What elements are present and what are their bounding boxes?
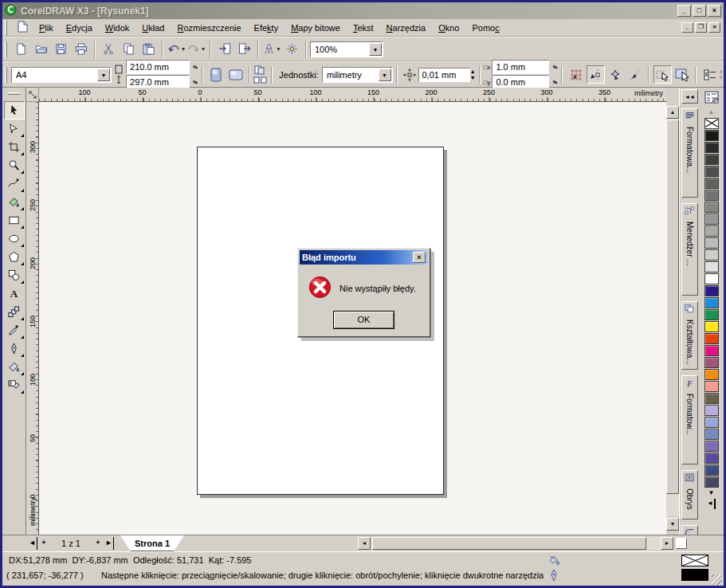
- color-swatch[interactable]: [704, 453, 719, 464]
- propbar-grip[interactable]: [5, 67, 7, 83]
- snap-to-guidelines-button[interactable]: [587, 65, 605, 84]
- dialog-close-button[interactable]: ×: [413, 252, 426, 263]
- color-swatch[interactable]: [704, 476, 719, 488]
- color-swatch[interactable]: [704, 273, 719, 284]
- palette-scroll-down[interactable]: ▼: [708, 488, 715, 499]
- fill-status-swatch[interactable]: [681, 555, 708, 566]
- corel-online-button[interactable]: [282, 40, 302, 59]
- color-swatch[interactable]: [704, 345, 719, 356]
- paper-width-spinner[interactable]: ▾▴: [191, 64, 198, 70]
- paste-button[interactable]: [139, 40, 159, 59]
- menu-okno[interactable]: Okno: [432, 21, 465, 35]
- treat-as-filled-button[interactable]: [653, 65, 672, 84]
- all-pages-button[interactable]: [253, 65, 268, 75]
- color-swatch[interactable]: [704, 333, 719, 344]
- interactive-fill-tool[interactable]: [4, 376, 25, 394]
- nudge-offset-field[interactable]: 0,01 mm: [418, 68, 470, 82]
- chevron-down-icon[interactable]: ▼: [181, 46, 186, 52]
- menu-tekst[interactable]: Tekst: [347, 21, 380, 35]
- color-swatch[interactable]: [704, 130, 719, 141]
- outline-tool[interactable]: [4, 339, 25, 358]
- portrait-button[interactable]: [207, 65, 226, 84]
- mdi-close-button[interactable]: ×: [708, 22, 720, 33]
- vertical-scroll-thumb[interactable]: [666, 120, 679, 494]
- horizontal-scroll-track[interactable]: [371, 537, 661, 550]
- color-swatch[interactable]: [704, 357, 719, 368]
- landscape-button[interactable]: [227, 65, 245, 84]
- copy-button[interactable]: [119, 40, 139, 59]
- collapse-dockers-button[interactable]: ◄◄: [681, 89, 698, 104]
- zoom-levels-combo[interactable]: 100% ▼: [310, 41, 383, 57]
- outline-status-swatch[interactable]: [681, 569, 708, 581]
- ok-button[interactable]: OK: [333, 311, 394, 329]
- units-combo[interactable]: milimetry ▼: [322, 67, 393, 83]
- scroll-left-button[interactable]: ◄: [358, 537, 371, 550]
- duplicate-x-spinner[interactable]: ▾▴: [551, 64, 558, 70]
- chevron-down-icon[interactable]: ▼: [369, 43, 382, 56]
- rectangle-tool[interactable]: [4, 211, 25, 229]
- docker-tab-wyokr-gle[interactable]: Wyokrągle...: [681, 525, 698, 535]
- toolbar-grip[interactable]: [5, 41, 7, 57]
- add-page-after-button[interactable]: +: [92, 537, 104, 550]
- color-swatch[interactable]: [704, 297, 719, 308]
- facing-pages-button[interactable]: [253, 76, 268, 84]
- interactive-blend-tool[interactable]: [4, 303, 25, 321]
- palette-options-button[interactable]: [702, 89, 721, 107]
- chevron-down-icon[interactable]: ▼: [276, 46, 281, 52]
- color-swatch[interactable]: [704, 369, 719, 380]
- export-button[interactable]: [234, 40, 254, 59]
- property-options-button[interactable]: [700, 65, 719, 84]
- color-swatch[interactable]: [704, 381, 719, 392]
- zoom-tool[interactable]: [4, 156, 25, 174]
- menubar-grip[interactable]: [5, 20, 7, 36]
- paper-height-spinner[interactable]: ▾▴: [191, 79, 198, 85]
- horizontal-ruler[interactable]: 10050050100150200250300350milimetry: [39, 88, 666, 102]
- menu-mapy-bitowe[interactable]: Mapy bitowe: [285, 21, 347, 35]
- minimize-button[interactable]: _: [677, 5, 691, 17]
- eyedropper-tool[interactable]: [4, 321, 25, 339]
- menu-efekty[interactable]: Efekty: [248, 21, 285, 35]
- new-document-button[interactable]: [11, 40, 31, 59]
- color-swatch[interactable]: [704, 214, 719, 225]
- freehand-tool[interactable]: [4, 174, 25, 193]
- application-launcher-button[interactable]: ▼: [262, 40, 282, 59]
- add-page-before-button[interactable]: +: [37, 537, 50, 550]
- nudge-spinner[interactable]: ▲▼: [470, 69, 476, 80]
- docker-tab-formatowa[interactable]: Formatowa...: [681, 108, 698, 198]
- menu-uk-ad[interactable]: Układ: [135, 21, 171, 35]
- cut-button[interactable]: [99, 40, 119, 59]
- view-splitter-button[interactable]: [676, 538, 687, 549]
- scroll-down-button[interactable]: ▼: [666, 518, 679, 531]
- color-swatch[interactable]: [704, 393, 719, 404]
- vertical-ruler[interactable]: 300250200150100500milimetry: [26, 102, 39, 535]
- palette-scroll-up[interactable]: ▲: [708, 108, 715, 118]
- chevron-down-icon[interactable]: ▼: [97, 69, 110, 81]
- maximize-button[interactable]: □: [693, 5, 706, 17]
- color-swatch[interactable]: [704, 237, 719, 249]
- paper-type-combo[interactable]: A4 ▼: [11, 67, 112, 83]
- dialog-titlebar[interactable]: Błąd importu ×: [300, 250, 428, 265]
- open-button[interactable]: [31, 40, 51, 59]
- crop-tool[interactable]: [4, 138, 25, 156]
- menu-pomoc[interactable]: Pomoc: [465, 21, 505, 35]
- dynamic-guides-button[interactable]: [626, 65, 644, 84]
- color-swatch[interactable]: [704, 321, 719, 332]
- horizontal-scrollbar[interactable]: ◄ ►: [358, 537, 687, 550]
- horizontal-scroll-thumb[interactable]: [372, 537, 646, 550]
- import-button[interactable]: [214, 40, 234, 59]
- polygon-tool[interactable]: [4, 248, 25, 266]
- color-swatch[interactable]: [704, 441, 719, 452]
- first-page-button[interactable]: ◄: [28, 537, 37, 550]
- mdi-minimize-button[interactable]: _: [681, 22, 693, 33]
- smart-fill-tool[interactable]: [4, 193, 25, 211]
- text-tool[interactable]: A: [4, 284, 25, 303]
- color-swatch[interactable]: [704, 225, 719, 237]
- vertical-scrollbar[interactable]: ▲ ▼: [666, 88, 679, 535]
- ruler-origin[interactable]: [26, 88, 39, 102]
- no-color-swatch[interactable]: [704, 118, 719, 129]
- undo-button[interactable]: ▼: [167, 40, 186, 59]
- chevron-down-icon[interactable]: ▼: [201, 46, 206, 52]
- page-tab-strona-1[interactable]: Strona 1: [120, 535, 184, 551]
- snap-to-grid-button[interactable]: [567, 65, 585, 84]
- scroll-up-button[interactable]: ▲: [666, 106, 679, 119]
